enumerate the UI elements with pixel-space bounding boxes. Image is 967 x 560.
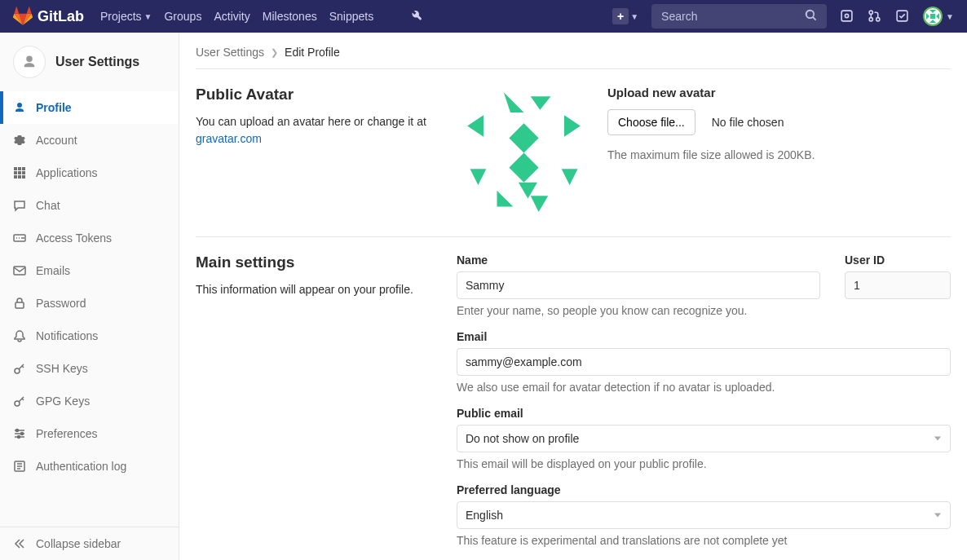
sidebar-item-access-tokens[interactable]: Access Tokens bbox=[0, 222, 179, 254]
svg-point-3 bbox=[869, 18, 872, 21]
public-email-select[interactable]: Do not show on profile bbox=[457, 425, 951, 452]
nav-groups[interactable]: Groups bbox=[164, 10, 201, 23]
search-icon[interactable] bbox=[805, 9, 817, 24]
language-field-group: Preferred language English This feature … bbox=[457, 483, 951, 547]
public-email-label: Public email bbox=[457, 407, 951, 420]
chevron-down-icon: ▼ bbox=[630, 12, 638, 21]
nav-activity[interactable]: Activity bbox=[214, 10, 249, 23]
upload-avatar-col: Upload new avatar Choose file... No file… bbox=[607, 86, 951, 161]
section-desc: This information will appear on your pro… bbox=[196, 281, 457, 298]
svg-rect-18 bbox=[15, 302, 24, 308]
public-avatar-section: Public Avatar You can upload an avatar h… bbox=[196, 69, 951, 237]
svg-point-21 bbox=[16, 430, 19, 432]
todos-icon[interactable] bbox=[895, 9, 910, 24]
gear-icon bbox=[13, 134, 26, 147]
sidebar-item-label: Emails bbox=[36, 264, 70, 277]
issues-icon[interactable] bbox=[840, 9, 854, 24]
sidebar-item-chat[interactable]: Chat bbox=[0, 189, 179, 222]
breadcrumb-root[interactable]: User Settings bbox=[196, 46, 264, 59]
svg-rect-8 bbox=[18, 167, 21, 170]
email-input[interactable] bbox=[457, 348, 951, 376]
sidebar-item-label: SSH Keys bbox=[36, 362, 88, 375]
breadcrumb-current: Edit Profile bbox=[285, 46, 340, 59]
chevron-down-icon: ▼ bbox=[946, 12, 954, 21]
sidebar-item-ssh-keys[interactable]: SSH Keys bbox=[0, 352, 179, 385]
key-icon bbox=[13, 362, 26, 375]
svg-rect-10 bbox=[14, 171, 17, 174]
file-status: No file chosen bbox=[712, 116, 784, 129]
svg-point-4 bbox=[876, 18, 880, 21]
sidebar-item-label: GPG Keys bbox=[36, 395, 90, 408]
brand-logo[interactable]: GitLab bbox=[13, 7, 84, 26]
email-field-group: Email We also use email for avatar detec… bbox=[457, 330, 951, 394]
sidebar-item-emails[interactable]: Emails bbox=[0, 254, 179, 287]
user-menu[interactable]: ▼ bbox=[923, 7, 954, 26]
sidebar-item-account[interactable]: Account bbox=[0, 124, 179, 157]
public-email-field-group: Public email Do not show on profile This… bbox=[457, 407, 951, 470]
sidebar-item-profile[interactable]: Profile bbox=[0, 91, 179, 124]
sidebar-item-auth-log[interactable]: Authentication log bbox=[0, 450, 179, 483]
mail-icon bbox=[13, 264, 26, 277]
preferences-icon bbox=[13, 427, 26, 440]
search-input[interactable] bbox=[661, 10, 805, 23]
svg-rect-13 bbox=[14, 175, 17, 179]
new-dropdown-button[interactable]: + ▼ bbox=[612, 8, 638, 24]
token-icon bbox=[13, 231, 26, 245]
top-navbar: GitLab Projects ▼ Groups Activity Milest… bbox=[0, 0, 967, 33]
user-avatar-icon bbox=[923, 7, 943, 26]
sidebar-item-password[interactable]: Password bbox=[0, 287, 179, 320]
sidebar-footer: Collapse sidebar bbox=[0, 527, 179, 560]
identicon-icon bbox=[457, 86, 591, 220]
nav-snippets[interactable]: Snippets bbox=[329, 10, 373, 23]
current-avatar bbox=[457, 86, 591, 220]
main-settings-section: Main settings This information will appe… bbox=[196, 237, 951, 560]
merge-requests-icon[interactable] bbox=[868, 9, 882, 24]
name-input[interactable] bbox=[457, 271, 820, 299]
sidebar-item-label: Account bbox=[36, 134, 77, 147]
sidebar-header: User Settings bbox=[0, 33, 179, 91]
svg-rect-0 bbox=[841, 11, 852, 21]
userid-input bbox=[845, 271, 951, 299]
sidebar-item-preferences[interactable]: Preferences bbox=[0, 417, 179, 450]
bell-icon bbox=[13, 329, 26, 342]
collapse-sidebar-button[interactable]: Collapse sidebar bbox=[0, 527, 179, 560]
collapse-label: Collapse sidebar bbox=[36, 537, 121, 550]
profile-icon bbox=[13, 101, 26, 114]
name-hint: Enter your name, so people you know can … bbox=[457, 304, 820, 317]
sidebar: User Settings Profile Account Applicatio… bbox=[0, 33, 179, 560]
sidebar-item-gpg-keys[interactable]: GPG Keys bbox=[0, 385, 179, 417]
upload-title: Upload new avatar bbox=[607, 86, 951, 99]
svg-rect-14 bbox=[18, 175, 21, 179]
language-select[interactable]: English bbox=[457, 501, 951, 529]
userid-label: User ID bbox=[845, 254, 951, 267]
sidebar-item-label: Authentication log bbox=[36, 460, 126, 473]
svg-point-1 bbox=[845, 14, 848, 17]
header-right: + ▼ ▼ bbox=[612, 4, 954, 29]
section-title: Main settings bbox=[196, 254, 457, 271]
sidebar-title: User Settings bbox=[55, 55, 139, 69]
sidebar-item-notifications[interactable]: Notifications bbox=[0, 320, 179, 352]
sidebar-item-label: Applications bbox=[36, 166, 98, 179]
svg-rect-7 bbox=[14, 167, 17, 170]
sidebar-item-label: Access Tokens bbox=[36, 231, 112, 245]
sidebar-nav: Profile Account Applications Chat Access… bbox=[0, 91, 179, 527]
email-hint: We also use email for avatar detection i… bbox=[457, 381, 951, 394]
section-desc: You can upload an avatar here or change … bbox=[196, 113, 457, 148]
svg-rect-11 bbox=[18, 171, 21, 174]
language-hint: This feature is experimental and transla… bbox=[457, 534, 951, 547]
name-label: Name bbox=[457, 254, 820, 267]
sidebar-item-label: Notifications bbox=[36, 329, 98, 342]
gitlab-logo-icon bbox=[13, 7, 33, 26]
language-label: Preferred language bbox=[457, 483, 951, 496]
nav-milestones[interactable]: Milestones bbox=[263, 10, 317, 23]
admin-wrench-icon[interactable] bbox=[410, 9, 423, 24]
choose-file-button[interactable]: Choose file... bbox=[607, 109, 695, 135]
nav-projects[interactable]: Projects ▼ bbox=[100, 10, 152, 23]
gravatar-link[interactable]: gravatar.com bbox=[196, 132, 262, 145]
key-icon bbox=[13, 395, 26, 408]
sidebar-item-label: Chat bbox=[36, 199, 60, 212]
svg-rect-15 bbox=[22, 175, 25, 179]
svg-rect-12 bbox=[22, 171, 25, 174]
svg-rect-9 bbox=[22, 167, 25, 170]
sidebar-item-applications[interactable]: Applications bbox=[0, 157, 179, 189]
